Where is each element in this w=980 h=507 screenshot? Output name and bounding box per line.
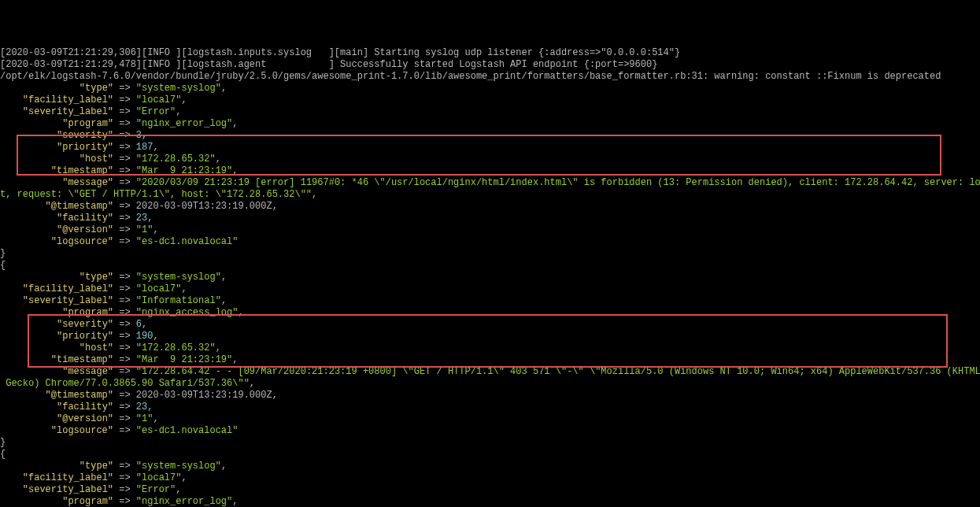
terminal-log: [2020-03-09T21:21:29,306][INFO ][logstas… bbox=[0, 47, 980, 507]
